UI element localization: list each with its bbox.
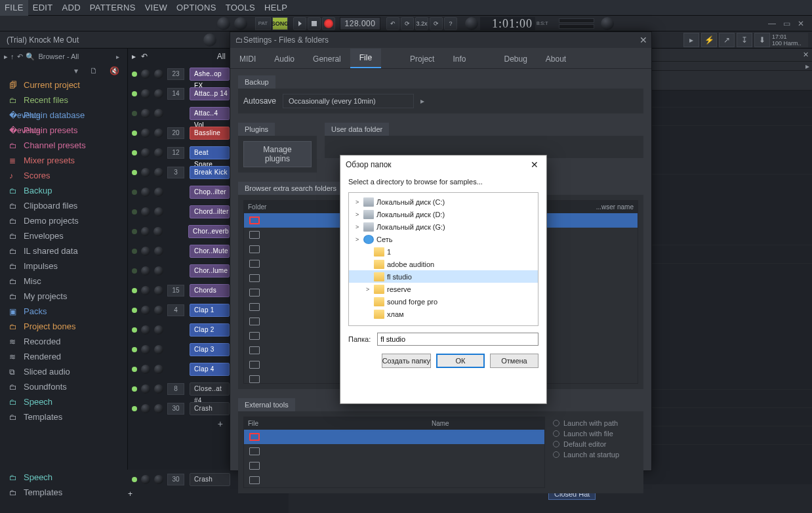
channel-vol-knob[interactable] [154, 404, 163, 413]
channel-name[interactable]: Attac..p 14 [190, 87, 230, 100]
channel-row[interactable]: Attac..4 Vol [128, 104, 230, 123]
channel-number[interactable]: 4 [167, 304, 184, 316]
browser-item-my-projects[interactable]: 🗀My projects [0, 289, 127, 304]
channel-number[interactable]: 3 [167, 167, 184, 178]
channel-row[interactable]: 15Chords [128, 281, 230, 300]
channel-row[interactable]: Chop..ilter [128, 182, 230, 202]
chevron-right-icon[interactable]: ▸ [420, 96, 424, 106]
channel-vol-knob[interactable] [154, 148, 163, 157]
path-input[interactable] [377, 333, 538, 346]
menu-add[interactable]: ADD [57, 0, 85, 16]
browser-item-impulses[interactable]: 🗀Impulses [0, 258, 127, 274]
channel-vol-knob[interactable] [154, 306, 163, 315]
launch-option[interactable]: Launch at startup [553, 451, 638, 459]
channel-row[interactable]: 20Bassline [128, 123, 230, 143]
toolbar-btn-3[interactable]: ↧ [737, 33, 752, 47]
channel-led[interactable] [132, 131, 137, 136]
channel-vol-knob[interactable] [154, 89, 163, 98]
launch-option[interactable]: Launch with path [553, 419, 638, 427]
browser-item-misc[interactable]: 🗀Misc [0, 274, 127, 289]
channel-vol-knob[interactable] [154, 365, 163, 374]
tree-item[interactable]: >Локальный диск (G:) [349, 220, 538, 233]
undo-icon[interactable]: ↶ [141, 52, 148, 61]
tab-midi[interactable]: MIDI [230, 50, 265, 68]
channel-row[interactable]: 8Close..at #4 [128, 379, 230, 399]
cancel-button[interactable]: Отмена [490, 354, 538, 368]
browser-item-backup[interactable]: 🗀Backup [0, 183, 127, 198]
channel-vol-knob[interactable] [154, 168, 163, 177]
external-tools-list[interactable]: FileName [243, 417, 545, 488]
channel-pan-knob[interactable] [141, 227, 150, 236]
browser-item-plugin-database[interactable]: �eventsPlugin database [0, 108, 127, 123]
tab-about[interactable]: About [537, 50, 575, 68]
browser-item-ghost[interactable]: 🗀Templates [0, 485, 128, 500]
scroll-right-icon[interactable]: ▸ [805, 62, 809, 71]
channel-row[interactable]: Chor..everb [128, 222, 230, 241]
main-volume-knob[interactable] [217, 17, 230, 30]
channel-row[interactable]: 30Crash [128, 399, 230, 419]
expand-icon[interactable]: > [355, 199, 363, 205]
main-pitch-knob[interactable] [234, 17, 247, 30]
channel-led[interactable] [132, 268, 137, 274]
browser-item-templates[interactable]: 🗀Templates [0, 409, 127, 424]
collapse-icon[interactable]: ▾ [74, 66, 78, 75]
tab-info[interactable]: Info [443, 50, 475, 68]
browser-item-speech[interactable]: 🗀Speech [0, 394, 127, 409]
channel-led[interactable] [132, 229, 137, 234]
stop-button[interactable] [308, 17, 321, 30]
channel-row[interactable]: 3Break Kick [128, 163, 230, 182]
browser-item-clipboard-files[interactable]: 🗀Clipboard files [0, 198, 127, 213]
channel-vol-knob[interactable] [154, 345, 163, 354]
channel-name[interactable]: Chop..ilter [190, 186, 230, 199]
master-volume-knob[interactable] [601, 17, 614, 30]
channel-vol-knob[interactable] [154, 70, 163, 79]
channel-name[interactable]: Crash [190, 402, 230, 415]
channel-pan-knob[interactable] [141, 70, 150, 79]
pattern-knob[interactable] [465, 17, 478, 30]
channel-vol-knob[interactable] [154, 188, 163, 197]
channel-vol-knob[interactable] [153, 227, 163, 236]
time-display[interactable]: 1:01:00 [480, 17, 535, 30]
channel-number[interactable]: 30 [167, 474, 184, 485]
channel-name[interactable]: Ashe..op FX [190, 68, 230, 81]
window-maximize[interactable]: ▭ [779, 19, 794, 28]
channel-pan-knob[interactable] [141, 345, 150, 354]
channel-pan-knob[interactable] [141, 266, 150, 276]
ok-button[interactable]: ОК [436, 354, 485, 368]
channel-vol-knob[interactable] [154, 384, 163, 394]
manage-plugins-button[interactable]: Manage plugins [243, 141, 312, 167]
channel-name[interactable]: Clap 4 [190, 363, 230, 376]
channel-led[interactable] [132, 347, 137, 352]
menu-file[interactable]: FILE [0, 0, 28, 16]
tab-project[interactable]: Project [401, 50, 443, 68]
browser-item-plugin-presets[interactable]: �eventsPlugin presets [0, 123, 127, 138]
channel-name[interactable]: Chor..everb [188, 225, 230, 238]
menu-patterns[interactable]: PATTERNS [85, 0, 140, 16]
channel-vol-knob[interactable] [154, 207, 163, 216]
browser-item-ghost[interactable]: 🗀Speech [0, 470, 128, 485]
channel-vol-knob[interactable] [154, 266, 163, 276]
radio-icon[interactable] [553, 430, 559, 437]
toolbar-btn-4[interactable]: ⬇ [754, 33, 770, 47]
browser-item-demo-projects[interactable]: 🗀Demo projects [0, 213, 127, 228]
channel-led[interactable] [132, 111, 137, 116]
toolbar-btn-0[interactable]: ▸ [683, 33, 699, 47]
channel-row[interactable]: Clap 4 [128, 359, 230, 379]
tree-item[interactable]: хлам [349, 308, 538, 320]
tab-general[interactable]: General [304, 50, 350, 68]
channel-row[interactable]: Chor..lume [128, 261, 230, 281]
browser-item-mixer-presets[interactable]: ≣Mixer presets [0, 153, 127, 168]
channel-row[interactable]: 14Attac..p 14 [128, 84, 230, 104]
arr-close-icon[interactable]: ✕ [803, 51, 812, 59]
transport-tool-0[interactable]: ↶ [386, 17, 399, 30]
browser-view-icon[interactable]: 🗋 [90, 66, 98, 75]
expand-icon[interactable]: > [355, 211, 363, 218]
new-folder-button[interactable]: Создать папку [382, 354, 431, 368]
menu-help[interactable]: HELP [260, 0, 292, 16]
channel-name[interactable]: Chor..Mute [190, 245, 230, 258]
channel-name[interactable]: Beat Snare [190, 146, 230, 159]
channel-name[interactable]: Bassline [190, 127, 230, 140]
tree-item[interactable]: >Локальный диск (C:) [349, 195, 538, 208]
transport-tool-1[interactable]: ⟳ [401, 17, 414, 30]
channel-name[interactable]: Chords [190, 284, 230, 297]
